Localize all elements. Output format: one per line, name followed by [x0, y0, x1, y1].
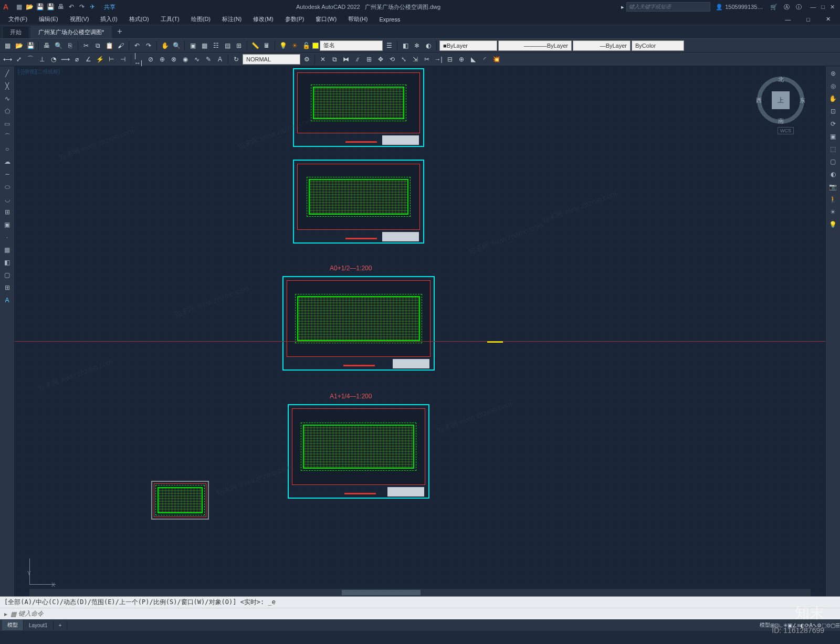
dist-icon[interactable]: 📏	[250, 40, 260, 51]
trim-icon[interactable]: ✂	[422, 54, 432, 65]
drawing-sheet-3[interactable]	[282, 276, 435, 371]
dim-space-icon[interactable]: |↔|	[134, 54, 144, 65]
tab-model[interactable]: 模型	[2, 620, 24, 630]
drawing-sheet-2[interactable]	[293, 160, 424, 244]
view3d-icon[interactable]: ⬚	[828, 144, 838, 154]
layer-tool-icon[interactable]: ◧	[400, 40, 411, 51]
explode-icon[interactable]: 💥	[491, 54, 501, 65]
redo-icon[interactable]: ↷	[143, 40, 154, 51]
menu-modify[interactable]: 修改(M)	[248, 14, 279, 24]
doc-max-icon[interactable]: □	[801, 15, 815, 24]
menu-express[interactable]: Express	[374, 15, 405, 24]
lineweight-dropdown[interactable]: — ByLayer	[573, 40, 631, 51]
dim-jog-icon[interactable]: ⟿	[60, 54, 70, 65]
doc-close-icon[interactable]: ✕	[821, 15, 836, 24]
linetype-dropdown[interactable]: ———— ByLayer	[498, 40, 572, 51]
table2-icon[interactable]: ⊞	[2, 282, 13, 293]
dim-base-icon[interactable]: ⊢	[106, 54, 117, 65]
ellipsearc-icon[interactable]: ◡	[2, 194, 13, 205]
polygon-icon[interactable]: ⬠	[2, 106, 13, 117]
viewcube-south[interactable]: 南	[778, 117, 784, 125]
drawing-sheet-4[interactable]	[288, 404, 429, 499]
cart-icon[interactable]: 🛒	[770, 4, 778, 10]
menu-help[interactable]: 帮助(H)	[343, 14, 373, 24]
array-icon[interactable]: ⊞	[364, 54, 374, 65]
offset-icon[interactable]: ⫽	[352, 54, 363, 65]
render-icon[interactable]: ☀	[828, 207, 838, 217]
dimupdate-icon[interactable]: ↻	[231, 54, 242, 65]
viewcube-east[interactable]: 东	[800, 97, 805, 104]
app-logo[interactable]: A	[0, 3, 12, 11]
rotate-icon[interactable]: ⟲	[387, 54, 397, 65]
drawing-sheet-1[interactable]	[293, 68, 424, 147]
qat-saveas-icon[interactable]: 💾	[46, 3, 55, 11]
fullnav-icon[interactable]: ⊛	[828, 68, 838, 79]
print-icon[interactable]: 🖶	[41, 40, 52, 51]
new-icon[interactable]: ▦	[2, 40, 13, 51]
publish-icon[interactable]: ⎘	[65, 40, 75, 51]
dim-radius-icon[interactable]: ◔	[48, 54, 59, 65]
view-cube[interactable]: 上 北 南 东 西	[757, 77, 804, 124]
match-icon[interactable]: 🖌	[116, 40, 126, 51]
dim-aligned-icon[interactable]: ⤢	[14, 54, 24, 65]
toolpal-icon[interactable]: ⊞	[234, 40, 244, 51]
tolerance-icon[interactable]: ⊕	[157, 54, 167, 65]
sheet-icon[interactable]: ▤	[222, 40, 233, 51]
pline-icon[interactable]: ∿	[2, 93, 13, 104]
menu-window[interactable]: 窗口(W)	[310, 14, 342, 24]
user-label[interactable]: 1505999135…	[725, 4, 763, 10]
lock-icon[interactable]: 🔓	[301, 40, 311, 51]
inspect-icon[interactable]: ◉	[180, 54, 191, 65]
sun-icon[interactable]: ☀	[289, 40, 300, 51]
tab-start[interactable]: 开始	[2, 26, 29, 38]
dim-quick-icon[interactable]: ⚡	[94, 54, 105, 65]
tab-add-icon[interactable]: +	[54, 621, 68, 630]
minimize-button[interactable]: —	[810, 4, 816, 10]
layermgr-icon[interactable]: ☰	[384, 40, 394, 51]
stretch-icon[interactable]: ⇲	[410, 54, 421, 65]
mtext-icon[interactable]: A	[2, 295, 13, 305]
line-icon[interactable]: ╱	[2, 68, 13, 79]
viewcube-top[interactable]: 上	[772, 91, 790, 109]
extend-icon[interactable]: →|	[433, 54, 444, 65]
paste-icon[interactable]: 📋	[104, 40, 114, 51]
dimtedit-icon[interactable]: A	[215, 54, 225, 65]
vstyle-icon[interactable]: ◐	[828, 169, 838, 180]
move-icon[interactable]: ✥	[375, 54, 386, 65]
region-icon[interactable]: ▢	[2, 270, 13, 280]
help-search-input[interactable]: 键入关键字或短语	[626, 2, 710, 12]
scale-icon[interactable]: ⤡	[398, 54, 409, 65]
layer-color-swatch[interactable]	[312, 43, 319, 49]
point-icon[interactable]: ·	[2, 232, 13, 242]
bulb-icon[interactable]: 💡	[278, 40, 288, 51]
open-icon[interactable]: 📂	[14, 40, 24, 51]
menu-view[interactable]: 视图(V)	[65, 14, 94, 24]
qat-save-icon[interactable]: 💾	[36, 3, 44, 11]
wheel-icon[interactable]: ◎	[828, 81, 838, 91]
app-menu-icon[interactable]: Ⓐ	[784, 3, 790, 11]
dim-linear-icon[interactable]: ⟷	[2, 54, 13, 65]
share-button[interactable]: 共享	[104, 3, 116, 11]
drawing-canvas[interactable]: [-][俯视][二维线框] 上 北 南 东 西 WCS A0+1/2—1:200	[15, 66, 825, 596]
menu-format[interactable]: 格式(O)	[124, 14, 154, 24]
status-model[interactable]: 模型	[760, 621, 770, 629]
qat-undo-icon[interactable]: ↶	[67, 3, 76, 11]
tab-layout1[interactable]: Layout1	[24, 621, 54, 630]
copy-icon[interactable]: ⧉	[92, 40, 103, 51]
command-input[interactable]: ▸ ▦ 键入命令	[0, 608, 840, 619]
status-hw-icon[interactable]: ⊙	[826, 622, 831, 628]
dimstyle-dropdown[interactable]: NORMAL	[243, 54, 300, 65]
viewcube-north[interactable]: 北	[778, 76, 784, 83]
qat-open-icon[interactable]: 📂	[25, 3, 34, 11]
makeblock-icon[interactable]: ▣	[2, 219, 13, 230]
erase-icon[interactable]: ✕	[318, 54, 328, 65]
chamfer-icon[interactable]: ◣	[468, 54, 478, 65]
walk-icon[interactable]: 🚶	[828, 194, 838, 205]
gradient-icon[interactable]: ◧	[2, 257, 13, 268]
info-icon[interactable]: ⓘ	[796, 3, 802, 11]
dim-angle-icon[interactable]: ∠	[83, 54, 93, 65]
save-icon[interactable]: 💾	[25, 40, 36, 51]
calc-icon[interactable]: 🖩	[261, 40, 272, 51]
drawing-sheet-thumb[interactable]	[151, 481, 209, 520]
user-icon[interactable]: 👤	[716, 4, 723, 10]
